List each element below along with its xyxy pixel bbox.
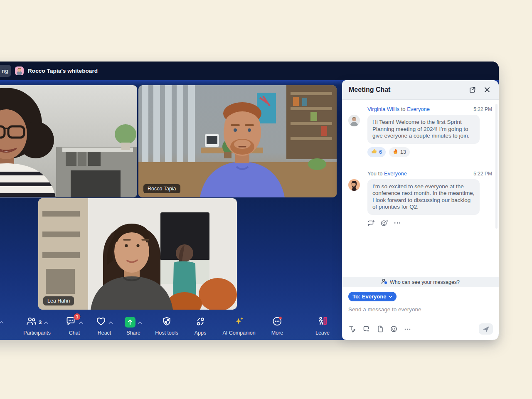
video-tile-rocco-tapia[interactable]: Rocco Tapia [138,85,337,197]
message-time: 5:22 PM [473,171,492,177]
emoji-icon[interactable] [390,325,397,332]
pop-out-icon[interactable] [467,85,477,95]
share-label: Share [126,330,140,336]
send-plane-icon [483,326,489,332]
chat-scrollbar[interactable] [495,104,498,229]
share-screen-icon [125,317,135,328]
share-button[interactable]: Share [125,316,142,336]
ai-companion-button[interactable]: AI Companion [222,316,255,336]
chat-label: Chat [69,330,80,336]
message-bubble: I’m so excited to see everyone at the co… [367,179,480,215]
text-format-icon[interactable] [349,325,356,332]
message-to-word: to [378,170,383,177]
message-sender: You [367,170,377,177]
meeting-titlebar: ng Rocco Tapia’s whiteboard [0,62,499,80]
participants-icon [26,316,37,328]
reaction-pill-fire[interactable]: 13 [389,147,410,157]
sender-avatar [348,115,360,126]
participants-count: 3 [39,319,42,325]
message-bubble: Hi Team! Welcome to the first Sprint Pla… [367,115,480,144]
heart-icon [96,316,106,328]
participants-menu-chevron-icon[interactable] [44,318,48,326]
reply-in-thread-icon[interactable] [367,219,375,227]
chat-footer: Who can see your messages? To: Everyone … [342,277,499,340]
chat-icon: 1 [66,316,77,328]
leave-button[interactable]: Leave [315,316,330,336]
leave-label: Leave [315,330,330,336]
attach-file-icon[interactable] [377,325,383,332]
tab-meeting-partial[interactable]: ng [0,65,11,77]
whiteboard-owner-avatar-icon [15,66,24,75]
fire-emoji-icon [393,148,398,155]
more-icon [272,316,283,328]
close-icon[interactable] [482,85,492,95]
who-can-see-label: Who can see your messages? [390,279,460,285]
participants-button[interactable]: 3 Participants [23,316,50,336]
message-input[interactable]: Send a message to everyone [348,306,493,313]
video-tile-participant-1[interactable] [0,85,137,197]
person-privacy-icon [381,278,387,286]
more-label: More [271,330,283,336]
participant-name-tag: Lea Hahn [43,296,74,305]
add-reaction-icon[interactable] [381,219,389,227]
shield-icon [162,316,172,328]
more-button[interactable]: More [271,316,283,336]
whiteboard-tab-title: Rocco Tapia’s whiteboard [28,68,98,74]
who-can-see-bar[interactable]: Who can see your messages? [342,277,499,287]
thumbs-up-emoji-icon [371,148,377,155]
chat-header: Meeting Chat [342,80,499,100]
chat-message: Virginia Willis to Everyone 5:22 PM Hi T… [348,106,492,157]
leave-door-icon [317,316,328,328]
chat-message-list: Virginia Willis to Everyone 5:22 PM Hi T… [342,100,499,277]
screen-capture-icon[interactable] [363,325,370,332]
to-recipient-label: To: Everyone [352,293,386,300]
chat-panel-title: Meeting Chat [349,86,467,94]
chat-button[interactable]: 1 Chat [66,316,84,336]
ai-companion-sparkle-icon [234,316,244,328]
sender-avatar [348,179,360,191]
cutoff-control-chevron-icon[interactable] [0,318,4,325]
lea-hahn-video [38,198,237,310]
compose-toolbar [342,323,499,335]
reaction-count: 13 [400,149,406,155]
ai-companion-label: AI Companion [222,330,255,336]
tab-meeting-partial-label: ng [2,68,8,74]
participant-1-video [0,85,137,197]
chevron-down-icon [389,296,392,298]
message-time: 5:22 PM [473,106,492,112]
react-menu-chevron-icon[interactable] [108,318,113,326]
compose-area: To: Everyone Send a message to everyone [342,287,499,313]
host-tools-label: Host tools [155,330,178,336]
tab-whiteboard[interactable]: Rocco Tapia’s whiteboard [15,62,98,80]
send-button[interactable] [479,323,493,335]
rocco-tapia-video [138,85,337,197]
message-to-word: to [401,106,406,112]
host-tools-button[interactable]: Host tools [155,316,178,336]
compose-more-icon[interactable] [404,328,411,330]
react-label: React [98,330,111,336]
chat-unread-badge: 1 [74,313,81,320]
video-tile-lea-hahn[interactable]: Lea Hahn [38,198,237,310]
apps-icon [195,316,206,328]
apps-label: Apps [195,330,207,336]
message-recipient: Everyone [407,106,430,112]
message-sender: Virginia Willis [367,106,399,112]
reaction-count: 6 [379,149,382,155]
message-recipient: Everyone [384,170,407,177]
reaction-pill-thumbs-up[interactable]: 6 [367,147,386,157]
to-recipient-selector[interactable]: To: Everyone [348,292,397,301]
meeting-chat-panel: Meeting Chat Virginia Willis to Everyone… [342,80,499,340]
participant-name-tag: Rocco Tapia [143,184,180,193]
apps-button[interactable]: Apps [195,316,207,336]
participants-label: Participants [23,330,50,336]
share-menu-chevron-icon[interactable] [138,318,142,326]
chat-message: You to Everyone 5:22 PM I’m so excited t… [348,170,492,227]
react-button[interactable]: React [96,316,113,336]
message-more-icon[interactable] [394,222,401,224]
